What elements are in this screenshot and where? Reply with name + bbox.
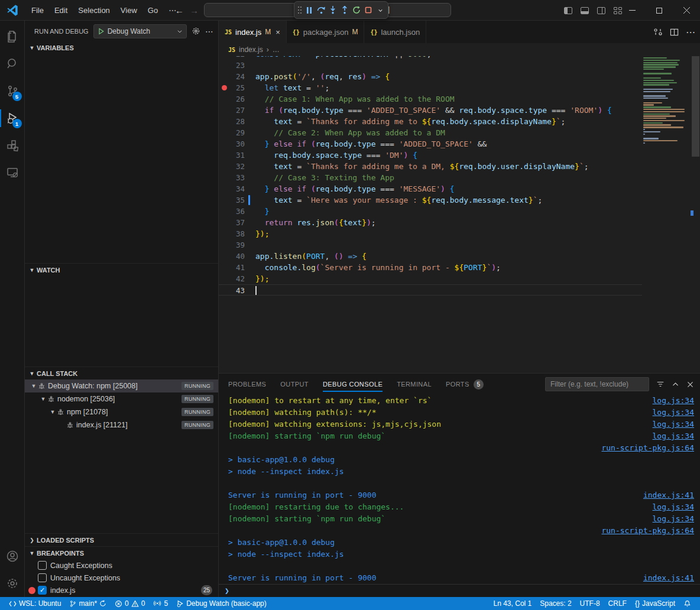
breakpoint-checkbox[interactable]: [38, 573, 47, 582]
call-stack-row[interactable]: ▼Debug Watch: npm [25008]RUNNING: [25, 379, 218, 392]
open-changes-icon[interactable]: [653, 27, 663, 37]
more-editor-actions-icon[interactable]: ⋯: [686, 27, 695, 38]
breakpoint-checkbox[interactable]: ✓: [38, 586, 47, 595]
call-stack-section-header[interactable]: ▼CALL STACK: [25, 366, 218, 379]
close-panel-icon[interactable]: [686, 381, 694, 388]
console-source-link[interactable]: log.js:34: [653, 418, 694, 430]
restart-icon[interactable]: [351, 4, 362, 17]
remote-explorer-icon[interactable]: [0, 159, 25, 186]
status-item-language-mode[interactable]: {}JavaScript: [631, 597, 679, 610]
close-tab-icon[interactable]: ×: [276, 28, 280, 37]
debug-console-output[interactable]: [nodemon] to restart at any time, enter …: [219, 395, 700, 584]
source-control-icon[interactable]: 5: [0, 77, 25, 105]
code-line-32: 32 text = `Thanks for adding me to a DM,…: [219, 161, 642, 172]
panel-tab-ports[interactable]: PORTS5: [446, 374, 484, 395]
minimap[interactable]: [643, 57, 689, 147]
panel-tab-problems[interactable]: PROBLEMS: [228, 374, 266, 395]
panel-tab-terminal[interactable]: TERMINAL: [397, 374, 432, 395]
back-arrow-icon[interactable]: ←: [175, 5, 184, 15]
console-source-link[interactable]: log.js:34: [653, 513, 694, 525]
console-source-link[interactable]: index.js:41: [643, 489, 694, 501]
status-text: main*: [79, 599, 97, 608]
menu-edit[interactable]: Edit: [49, 4, 73, 17]
toggle-sidebar-icon[interactable]: [564, 7, 572, 14]
forward-arrow-icon[interactable]: →: [190, 5, 199, 15]
code-editor[interactable]: 22const PORT = process.env.PORT || 9000;…: [219, 56, 700, 373]
run-and-debug-icon[interactable]: 1: [0, 105, 25, 132]
panel-tab-output[interactable]: OUTPUT: [280, 374, 309, 395]
pause-icon[interactable]: [304, 4, 315, 17]
code-text: console.log(`Server is running in port -…: [255, 262, 501, 273]
account-icon[interactable]: [0, 543, 25, 570]
toggle-panel-icon[interactable]: [581, 7, 589, 14]
launch-config-dropdown[interactable]: Debug Watch: [93, 24, 187, 38]
status-item-indentation[interactable]: Spaces: 2: [536, 597, 575, 610]
tab-package.json[interactable]: {}package.jsonM: [287, 21, 365, 43]
step-over-icon[interactable]: [316, 4, 326, 17]
extensions-icon[interactable]: [0, 132, 25, 159]
more-actions-icon[interactable]: ⋯: [205, 27, 213, 36]
modified-indicator: M: [265, 28, 271, 36]
breakpoint-row[interactable]: Caught Exceptions: [25, 559, 218, 572]
call-stack-row[interactable]: ▼nodemon [25036]RUNNING: [25, 392, 218, 405]
status-item-problems[interactable]: 00: [111, 597, 149, 610]
explorer-icon[interactable]: [0, 23, 25, 50]
stop-icon[interactable]: [363, 4, 374, 17]
breakpoint-glyph[interactable]: [219, 82, 229, 93]
status-item-debug-session[interactable]: Debug Watch (basic-app): [172, 597, 271, 610]
tab-index.js[interactable]: JSindex.jsM×: [219, 21, 287, 43]
step-out-icon[interactable]: [339, 4, 350, 17]
console-source-link[interactable]: run-script-pkg.js:64: [601, 525, 694, 537]
panel-tab-debug-console[interactable]: DEBUG CONSOLE: [323, 374, 383, 395]
filter-icon[interactable]: [656, 380, 665, 388]
status-item-encoding[interactable]: UTF-8: [576, 597, 604, 610]
console-source-link[interactable]: log.js:34: [653, 407, 694, 418]
breakpoint-row[interactable]: ✓index.js25: [25, 584, 218, 596]
breadcrumb[interactable]: JS index.js › …: [219, 43, 700, 56]
breakpoint-row[interactable]: Uncaught Exceptions: [25, 572, 218, 584]
split-editor-icon[interactable]: [670, 28, 679, 37]
variables-section-header[interactable]: ▼VARIABLES: [25, 41, 218, 54]
tab-launch.json[interactable]: {}launch.json: [364, 21, 426, 43]
maximize-button[interactable]: [646, 0, 673, 21]
watch-section-header[interactable]: ▼WATCH: [25, 263, 218, 276]
console-source-link[interactable]: run-script-pkg.js:64: [601, 442, 694, 454]
code-line-42: 42});: [219, 273, 642, 284]
chevron-down-icon[interactable]: [375, 4, 385, 17]
breakpoints-section-header[interactable]: ▼BREAKPOINTS: [25, 546, 218, 559]
minimize-button[interactable]: [618, 0, 646, 21]
breakpoint-checkbox[interactable]: [38, 561, 47, 570]
status-item-notifications[interactable]: [679, 597, 695, 610]
console-row: [nodemon] watching extensions: js,mjs,cj…: [219, 418, 700, 430]
status-item-cursor-position[interactable]: Ln 43, Col 1: [490, 597, 536, 610]
menu-go[interactable]: Go: [142, 4, 163, 17]
debug-console-input[interactable]: ❯: [219, 584, 700, 597]
console-source-link[interactable]: index.js:41: [643, 572, 694, 584]
console-source-link[interactable]: log.js:34: [653, 395, 694, 407]
code-text: let text = '';: [255, 82, 329, 93]
close-button[interactable]: [673, 0, 700, 21]
maximize-panel-icon[interactable]: [672, 381, 679, 388]
step-into-icon[interactable]: [328, 4, 338, 17]
console-source-link[interactable]: log.js:34: [653, 430, 694, 442]
code-line-33: 33 // Case 3: Texting the App: [219, 172, 642, 183]
menu-selection[interactable]: Selection: [73, 4, 115, 17]
code-text: text = `Thanks for adding me to ${req.bo…: [255, 116, 565, 127]
gutter-change-marker: [245, 105, 253, 116]
toggle-secondary-sidebar-icon[interactable]: [597, 7, 605, 14]
settings-gear-icon[interactable]: [0, 570, 25, 597]
status-item-remote[interactable]: WSL: Ubuntu: [5, 597, 65, 610]
search-icon[interactable]: [0, 50, 25, 77]
call-stack-row[interactable]: ▼npm [21078]RUNNING: [25, 405, 218, 418]
editor-scrollbar[interactable]: [691, 56, 700, 373]
console-filter-input[interactable]: Filter (e.g. text, !exclude): [545, 377, 649, 391]
debug-settings-gear-icon[interactable]: [192, 27, 200, 35]
console-source-link[interactable]: log.js:34: [653, 501, 694, 513]
status-item-ports[interactable]: 5: [149, 597, 172, 610]
menu-view[interactable]: View: [115, 4, 142, 17]
call-stack-row[interactable]: index.js [21121]RUNNING: [25, 418, 218, 431]
status-item-branch[interactable]: main*: [65, 597, 111, 610]
menu-file[interactable]: File: [26, 4, 49, 17]
status-item-eol[interactable]: CRLF: [604, 597, 631, 610]
loaded-scripts-section-header[interactable]: ❯LOADED SCRIPTS: [25, 533, 218, 546]
